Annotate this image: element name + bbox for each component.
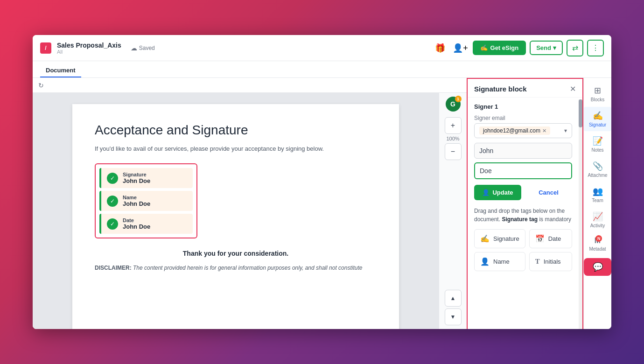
blocks-icon: ⊞ (594, 85, 601, 96)
doc-page: Acceptance and Signature If you'd like t… (72, 104, 399, 329)
tag-date[interactable]: 📅 Date (529, 229, 572, 248)
scroll-down-button[interactable]: ▼ (445, 308, 462, 325)
sidebar-item-team[interactable]: 👥 Team (584, 182, 611, 207)
tag-name-label: Name (493, 258, 510, 265)
name-tag-icon: 👤 (480, 257, 490, 266)
update-button[interactable]: 👤 Update (474, 185, 521, 200)
tag-name[interactable]: 👤 Name (474, 252, 525, 271)
sig-panel-body[interactable]: Signer 1 Signer email johndoe12@gmail.co… (468, 98, 579, 329)
doc-subtitle: All (57, 49, 121, 55)
sidebar-item-chat[interactable]: 💬 (584, 258, 611, 276)
saved-status: ☁ Saved (131, 44, 155, 52)
last-name-input[interactable] (474, 162, 572, 179)
team-label: Team (592, 198, 603, 203)
drag-hint-suffix: is mandatory (538, 216, 571, 223)
sidebar-item-notes[interactable]: 📝 Notes (584, 132, 611, 156)
zoom-in-button[interactable]: + (445, 117, 462, 134)
main-area: ↻ Acceptance and Signature If you'd like… (33, 78, 611, 329)
email-chip: johndoe12@gmail.com ✕ (479, 126, 550, 135)
sig-check-date: ✓ (107, 218, 118, 230)
esign-icon: ✍ (480, 44, 488, 51)
notes-icon: 📝 (593, 136, 603, 146)
sidebar-item-attachments[interactable]: 📎 Attachme (584, 157, 611, 182)
grammarly-button[interactable]: G 1 (446, 97, 461, 112)
notes-label: Notes (591, 147, 603, 153)
email-dropdown-icon[interactable]: ▾ (564, 127, 567, 134)
doc-title: Sales Proposal_Axis (57, 42, 121, 49)
zoom-out-button[interactable]: − (445, 143, 462, 160)
update-user-icon: 👤 (482, 189, 490, 196)
sig-name-date: John Doe (123, 223, 150, 230)
sidebar-item-metadata[interactable]: M N Metadat (584, 233, 611, 255)
chevron-down-icon: ▾ (553, 44, 556, 51)
tag-signature[interactable]: ✍ Signature (474, 229, 525, 248)
grammarly-badge: 1 (455, 96, 462, 102)
panel-scrollbar-thumb (579, 99, 582, 127)
activity-icon: 📈 (593, 211, 603, 222)
signature-icon: ✍ (593, 111, 603, 121)
sidebar-item-signature[interactable]: ✍ Signatur (584, 107, 611, 131)
sig-check-name: ✓ (107, 196, 118, 207)
first-name-field: John (474, 143, 572, 159)
cancel-button[interactable]: Cancel (525, 185, 572, 200)
tag-initials[interactable]: T Initials (529, 252, 572, 271)
disclaimer-text: DISCLAIMER: The content provided herein … (95, 265, 377, 271)
sub-nav: Document (33, 61, 611, 78)
tag-date-label: Date (548, 235, 561, 242)
drag-hint-bold: Signature tag (502, 216, 538, 223)
zoom-level: 100% (446, 136, 459, 141)
sig-name-signature: John Doe (123, 177, 150, 184)
drag-hint: Drag and drop the tags below on the docu… (474, 207, 572, 224)
email-value: johndoe12@gmail.com (483, 127, 540, 134)
tag-grid: ✍ Signature 📅 Date 👤 Name T (474, 229, 572, 271)
doc-content: Acceptance and Signature If you'd like t… (33, 93, 467, 329)
right-sidebar: ⊞ Blocks ✍ Signatur 📝 Notes 📎 Attachme 👥… (583, 78, 611, 329)
tab-document[interactable]: Document (40, 64, 81, 77)
signer-title: Signer 1 (474, 103, 572, 110)
disclaimer-label: DISCLAIMER: (95, 265, 132, 271)
user-add-button[interactable]: 👤+ (452, 40, 469, 56)
tag-signature-label: Signature (493, 235, 519, 242)
sidebar-item-blocks[interactable]: ⊞ Blocks (584, 82, 611, 106)
date-tag-icon: 📅 (535, 234, 545, 243)
share-button[interactable]: ⇄ (567, 40, 583, 56)
attachments-label: Attachme (588, 173, 607, 178)
signature-panel: Signature block ✕ Signer 1 Signer email … (467, 78, 583, 329)
app-logo: / (40, 42, 51, 54)
sidebar-item-activity[interactable]: 📈 Activity (584, 208, 611, 232)
signature-tag-icon: ✍ (480, 234, 490, 243)
tag-initials-label: Initials (544, 258, 561, 265)
sig-label-name: Name (123, 195, 150, 200)
initials-tag-icon: T (535, 258, 540, 266)
get-esign-button[interactable]: ✍ Get eSign (473, 41, 526, 55)
app-window: / Sales Proposal_Axis All ☁ Saved 🎁 👤+ ✍… (33, 35, 611, 329)
doc-heading: Acceptance and Signature (95, 123, 377, 138)
refresh-icon[interactable]: ↻ (38, 82, 44, 89)
doc-scroll[interactable]: Acceptance and Signature If you'd like t… (33, 93, 439, 329)
close-panel-button[interactable]: ✕ (570, 84, 576, 93)
metadata-icon-wrap: M N (595, 237, 601, 245)
email-chip-container[interactable]: johndoe12@gmail.com ✕ ▾ (474, 123, 572, 138)
chip-close-icon[interactable]: ✕ (542, 128, 546, 134)
sig-panel-title: Signature block (474, 85, 527, 93)
activity-label: Activity (590, 223, 605, 228)
scroll-up-button[interactable]: ▲ (445, 290, 462, 307)
sig-info-date: Date John Doe (123, 217, 150, 230)
attachments-icon: 📎 (593, 161, 603, 171)
team-icon: 👥 (593, 186, 603, 196)
panel-scrollbar[interactable] (579, 99, 582, 329)
top-bar: / Sales Proposal_Axis All ☁ Saved 🎁 👤+ ✍… (33, 35, 611, 61)
sig-block-name[interactable]: ✓ Name John Doe (99, 191, 193, 211)
doc-info: Sales Proposal_Axis All (57, 42, 121, 55)
metadata-label: Metadat (589, 246, 606, 252)
sig-block-signature[interactable]: ✓ Signature John Doe (99, 168, 193, 188)
gift-button[interactable]: 🎁 (432, 40, 448, 56)
cloud-icon: ☁ (131, 44, 137, 52)
sig-block-date[interactable]: ✓ Date John Doe (99, 214, 193, 234)
sig-info-signature: Signature John Doe (123, 172, 150, 184)
sig-info-name: Name John Doe (123, 195, 150, 207)
doc-toolbar: ↻ (33, 78, 467, 93)
send-button[interactable]: Send ▾ (530, 41, 563, 55)
action-row: 👤 Update Cancel (474, 185, 572, 200)
more-button[interactable]: ⋮ (587, 40, 604, 56)
